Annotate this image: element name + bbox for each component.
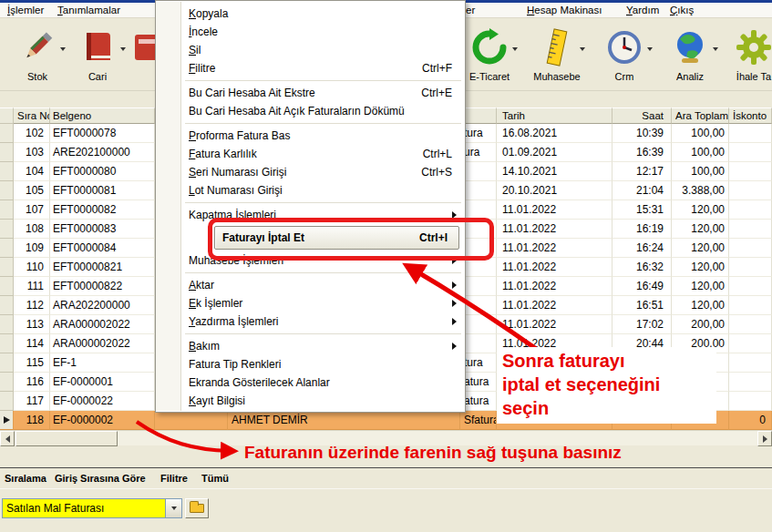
menu-item-label: Lot Numarası Girişi: [189, 184, 283, 197]
dropdown-arrow-icon[interactable]: [580, 47, 585, 51]
context-menu-item[interactable]: Fatura Tip Renkleri: [156, 355, 465, 373]
cell-iskonto: [729, 315, 772, 334]
column-header-belgeno[interactable]: Belgeno: [50, 107, 155, 124]
cell-ara-toplam: 120,00: [672, 200, 729, 220]
cell-fatura-tipi: [460, 162, 497, 181]
toolbar-button-analiz[interactable]: Analiz: [660, 20, 720, 89]
dropdown-arrow-icon[interactable]: [512, 47, 518, 51]
context-menu: Kopyala İncele Sil Filitre Ctrl+F Bu Car…: [155, 0, 466, 413]
context-menu-item[interactable]: [156, 77, 465, 84]
cell-tarih: 14.10.2021: [497, 162, 612, 181]
cell-belgeno: EF-0000002: [50, 411, 155, 430]
context-menu-item[interactable]: Seri Numarası Girişi Ctrl+S: [156, 163, 465, 181]
scroll-left-button[interactable]: [0, 431, 15, 446]
column-header-sira-no[interactable]: Sıra No: [14, 107, 50, 124]
cell-fatura-tipi: [460, 258, 497, 277]
toolbar-button-crm[interactable]: Crm: [594, 20, 654, 89]
cell-saat: 10:39: [612, 124, 672, 143]
toolbar-button-cari[interactable]: Cari: [67, 20, 128, 89]
context-menu-item[interactable]: Ekranda Gösterilecek Alanlar: [156, 373, 465, 392]
toolbar-button-muhasebe[interactable]: Muhasebe: [527, 20, 587, 89]
context-menu-item[interactable]: Filitre Ctrl+F: [156, 59, 465, 77]
context-menu-item[interactable]: Bu Cari Hesaba Ait Ekstre Ctrl+E: [156, 84, 465, 102]
context-menu-item[interactable]: Bakım: [156, 337, 465, 355]
context-menu-item[interactable]: [156, 270, 465, 276]
row-selector-cell: [0, 200, 14, 220]
scroll-thumb[interactable]: [15, 431, 118, 446]
context-menu-item[interactable]: Lot Numarası Girişi: [156, 181, 465, 200]
cell-fatura-tipi: atura: [460, 392, 497, 411]
toolbar-button-label: Cari: [67, 71, 128, 82]
column-header-tarih[interactable]: Tarih: [497, 107, 612, 124]
column-header-iskonto[interactable]: İskonto: [729, 107, 772, 124]
toolbar-button-ihale[interactable]: İhale Ta: [724, 20, 772, 89]
menu-item-label: Filitre: [189, 62, 215, 75]
cell-belgeno: EF-1: [50, 353, 155, 373]
cell-iskonto: 0: [729, 411, 772, 430]
context-menu-item[interactable]: Yazdırma İşlemleri: [156, 312, 465, 331]
dropdown-arrow-icon[interactable]: [120, 47, 126, 51]
scroll-right-icon: [763, 435, 767, 443]
cell-saat: 16:39: [612, 143, 672, 162]
context-menu-item[interactable]: Ek İşlemler: [156, 294, 465, 312]
menubar-item-fragment[interactable]: er: [466, 5, 475, 16]
cell-iskonto: [729, 392, 772, 411]
row-selector-cell: [0, 315, 14, 334]
highlight-annotation-box: [208, 218, 494, 261]
column-header-ara-toplam[interactable]: Ara Toplam: [672, 107, 729, 124]
context-menu-item[interactable]: Kayıt Bilgisi: [156, 392, 465, 410]
annotation-rightclick-note: Faturanın üzerinde farenin sağ tuşuna ba…: [244, 443, 622, 463]
cell-tarih: 01.09.2021: [497, 143, 612, 162]
column-header-hidden-3[interactable]: [460, 107, 497, 124]
menubar-item-tanimlamalar[interactable]: Tanımlamalar: [57, 5, 120, 16]
column-header-saat[interactable]: Saat: [612, 107, 672, 124]
cell-iskonto: [729, 220, 772, 239]
cell-ara-toplam: 120,00: [672, 296, 729, 315]
menu-item-label: Kopyala: [189, 7, 228, 20]
context-menu-item[interactable]: Aktar: [156, 276, 465, 294]
cell-belgeno: EFT00000821: [50, 258, 155, 277]
dropdown-arrow-icon[interactable]: [713, 47, 718, 51]
menubar-item-cikis[interactable]: Çıkış: [670, 5, 694, 16]
context-menu-item[interactable]: Sil: [156, 41, 465, 59]
menu-item-shortcut: Ctrl+E: [421, 84, 452, 102]
cell-belgeno: ARE202100000: [50, 143, 155, 162]
toolbar-button-label: Stok: [7, 71, 67, 82]
cell-tarih: 11.01.2022: [497, 258, 612, 277]
column-header-selector: [0, 107, 14, 124]
cell-iskonto: [729, 124, 772, 143]
menubar-item-yardim[interactable]: Yardım: [626, 5, 659, 16]
combo-dropdown-button[interactable]: [165, 499, 181, 517]
scroll-right-button[interactable]: [757, 431, 772, 446]
toolbar-button-stok[interactable]: Stok: [7, 20, 67, 89]
menubar-item-islemler[interactable]: İşlemler: [7, 5, 44, 16]
submenu-arrow-icon: [452, 343, 457, 350]
context-menu-item[interactable]: [156, 120, 465, 127]
submenu-arrow-icon: [452, 318, 457, 325]
toolbar-button-eticaret[interactable]: E-Ticaret: [459, 20, 520, 89]
context-menu-item[interactable]: [156, 331, 465, 337]
browse-button[interactable]: [185, 498, 209, 518]
context-menu-item[interactable]: Proforma Fatura Bas: [156, 127, 465, 145]
context-menu-item[interactable]: İncele: [156, 23, 465, 41]
row-selector-cell: [0, 411, 14, 430]
cell-sira-no: 104: [14, 162, 50, 181]
dropdown-arrow-icon[interactable]: [647, 47, 653, 51]
cell-iskonto: [729, 334, 772, 353]
context-menu-item[interactable]: Fatura Karlılık Ctrl+L: [156, 145, 465, 163]
row-selector-cell: [0, 392, 14, 411]
chevron-down-icon: [171, 506, 177, 510]
invoice-type-select[interactable]: Satılan Mal Faturası: [2, 498, 182, 518]
context-menu-item[interactable]: [156, 200, 465, 206]
cell-belgeno: EFT0000084: [50, 239, 155, 258]
context-menu-item[interactable]: Bu Cari Hesaba Ait Açık Faturaların Dökü…: [156, 102, 465, 120]
cell-ara-toplam: 120,00: [672, 258, 729, 277]
menu-item-label: Sil: [189, 44, 201, 56]
dropdown-arrow-icon[interactable]: [60, 47, 66, 51]
cell-belgeno: EF-0000022: [50, 392, 155, 411]
scroll-left-icon: [5, 435, 10, 443]
context-menu-item[interactable]: Kopyala: [156, 5, 465, 23]
cell-saat: 16:49: [612, 277, 672, 296]
menubar-item-hesap-makinasi[interactable]: Hesap Makinası: [527, 5, 602, 16]
cell-iskonto: [729, 277, 772, 296]
